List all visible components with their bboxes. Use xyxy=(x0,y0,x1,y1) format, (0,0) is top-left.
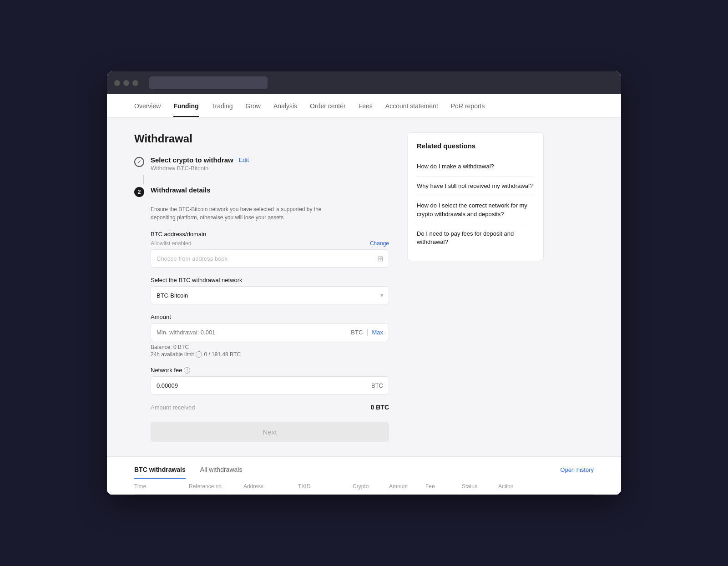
step-1-content: Select crypto to withdraw Edit Withdraw … xyxy=(151,156,249,172)
step-2-icon: 2 xyxy=(134,187,145,198)
fee-value: 0.00009 xyxy=(157,382,371,389)
limit-label: 24h available limit xyxy=(151,351,194,358)
traffic-lights xyxy=(114,80,138,86)
form-section: Ensure the BTC-Bitcoin network you have … xyxy=(151,205,389,442)
step-2-row: 2 Withdrawal details xyxy=(134,186,389,198)
address-book-icon: ⊞ xyxy=(377,254,383,263)
fee-info-icon[interactable]: i xyxy=(184,367,190,374)
step-1-subtitle: Withdraw BTC-Bitcoin xyxy=(151,165,249,172)
network-fee-label: Network fee xyxy=(151,367,182,374)
traffic-light-maximize[interactable] xyxy=(132,80,138,86)
th-address: Address xyxy=(243,483,298,490)
th-status: Status xyxy=(462,483,498,490)
network-label: Select the BTC withdrawal network xyxy=(151,277,389,283)
amount-received-label: Amount received xyxy=(151,404,195,411)
related-questions-box: Related questions How do I make a withdr… xyxy=(407,132,544,261)
next-button[interactable]: Next xyxy=(151,422,389,442)
address-bar[interactable] xyxy=(149,76,268,89)
step-1-edit-link[interactable]: Edit xyxy=(239,157,249,163)
th-fee: Fee xyxy=(425,483,462,490)
limit-text: 24h available limit i 0 / 191.48 BTC xyxy=(151,351,389,358)
tab-all-withdrawals[interactable]: All withdrawals xyxy=(200,460,250,479)
nav-items: Overview Funding Trading Grow Analysis O… xyxy=(134,95,485,117)
amount-received-row: Amount received 0 BTC xyxy=(151,404,389,411)
bottom-section: BTC withdrawals All withdrawals Open his… xyxy=(107,456,621,495)
limit-value: 0 / 191.48 BTC xyxy=(204,351,241,358)
related-item-2[interactable]: How do I select the correct network for … xyxy=(417,196,534,224)
nav-item-overview[interactable]: Overview xyxy=(134,95,161,117)
related-item-3[interactable]: Do I need to pay fees for deposit and wi… xyxy=(417,224,534,252)
network-select[interactable]: BTC-Bitcoin ▾ xyxy=(151,286,389,304)
balance-text: Balance: 0 BTC xyxy=(151,344,389,350)
btc-address-label: BTC address/domain xyxy=(151,231,389,238)
related-item-1[interactable]: Why have I still not received my withdra… xyxy=(417,177,534,196)
nav-item-analysis[interactable]: Analysis xyxy=(273,95,297,117)
browser-window: Overview Funding Trading Grow Analysis O… xyxy=(107,71,621,495)
amount-received-value: 0 BTC xyxy=(371,404,389,411)
traffic-light-minimize[interactable] xyxy=(123,80,129,86)
th-txid: TXID xyxy=(298,483,353,490)
nav-item-por-reports[interactable]: PoR reports xyxy=(451,95,485,117)
limit-info-icon[interactable]: i xyxy=(196,351,202,358)
network-fee-field: Network fee i 0.00009 BTC xyxy=(151,367,389,394)
form-warning: Ensure the BTC-Bitcoin network you have … xyxy=(151,205,324,222)
table-header: Time Reference no. Address TXID Crypto A… xyxy=(134,479,594,495)
step-1-title: Select crypto to withdraw xyxy=(151,156,233,164)
btc-address-input[interactable] xyxy=(157,255,377,262)
main-layout: Withdrawal ✓ Select crypto to withdraw E… xyxy=(107,118,621,456)
nav-item-trading[interactable]: Trading xyxy=(212,95,233,117)
tabs-list: BTC withdrawals All withdrawals xyxy=(134,460,257,479)
max-button[interactable]: Max xyxy=(372,329,383,336)
browser-chrome xyxy=(107,71,621,94)
right-panel: Related questions How do I make a withdr… xyxy=(407,132,544,442)
btc-address-sublabel: Allowlist enabled Change xyxy=(151,240,389,247)
chevron-down-icon: ▾ xyxy=(380,292,383,298)
page-title: Withdrawal xyxy=(134,132,389,145)
amount-currency: BTC xyxy=(351,329,363,336)
left-panel: Withdrawal ✓ Select crypto to withdraw E… xyxy=(134,132,389,442)
th-time: Time xyxy=(134,483,189,490)
step-2-content: Withdrawal details xyxy=(151,186,211,194)
amount-label: Amount xyxy=(151,313,389,320)
amount-input-wrapper[interactable]: BTC | Max xyxy=(151,323,389,341)
related-questions-title: Related questions xyxy=(417,142,534,150)
allowlist-text: Allowlist enabled xyxy=(151,240,191,247)
amount-input[interactable] xyxy=(157,329,351,336)
change-link[interactable]: Change xyxy=(370,240,389,247)
network-select-value: BTC-Bitcoin xyxy=(157,292,380,299)
btc-address-field: BTC address/domain Allowlist enabled Cha… xyxy=(151,231,389,268)
page-content: Overview Funding Trading Grow Analysis O… xyxy=(107,94,621,495)
th-amount: Amount xyxy=(389,483,425,490)
tabs-row: BTC withdrawals All withdrawals Open his… xyxy=(134,457,594,479)
th-action: Action xyxy=(498,483,535,490)
step-1-row: ✓ Select crypto to withdraw Edit Withdra… xyxy=(134,156,389,172)
amount-divider: | xyxy=(366,328,368,336)
fee-wrapper: 0.00009 BTC xyxy=(151,376,389,394)
step-1-label-row: Select crypto to withdraw Edit xyxy=(151,156,249,164)
nav-item-grow[interactable]: Grow xyxy=(246,95,261,117)
step-number-icon: 2 xyxy=(134,187,144,197)
step-check-icon: ✓ xyxy=(134,157,144,167)
step-1-icon: ✓ xyxy=(134,157,145,168)
related-item-0[interactable]: How do I make a withdrawal? xyxy=(417,157,534,177)
fee-currency: BTC xyxy=(371,382,383,389)
tab-btc-withdrawals[interactable]: BTC withdrawals xyxy=(134,460,193,479)
network-field: Select the BTC withdrawal network BTC-Bi… xyxy=(151,277,389,304)
th-reference: Reference no. xyxy=(189,483,243,490)
step-connector xyxy=(143,175,144,184)
step-2-title: Withdrawal details xyxy=(151,186,211,194)
th-crypto: Crypto xyxy=(353,483,389,490)
traffic-light-close[interactable] xyxy=(114,80,120,86)
nav-item-account-statement[interactable]: Account statement xyxy=(385,95,438,117)
nav-item-funding[interactable]: Funding xyxy=(173,95,198,117)
open-history-link[interactable]: Open history xyxy=(560,466,594,473)
nav-bar: Overview Funding Trading Grow Analysis O… xyxy=(107,94,621,118)
nav-item-fees[interactable]: Fees xyxy=(359,95,373,117)
network-fee-label-row: Network fee i xyxy=(151,367,389,374)
btc-address-input-wrapper[interactable]: ⊞ xyxy=(151,249,389,268)
amount-field: Amount BTC | Max Balance: 0 BTC 24h avai… xyxy=(151,313,389,358)
nav-item-order-center[interactable]: Order center xyxy=(310,95,346,117)
